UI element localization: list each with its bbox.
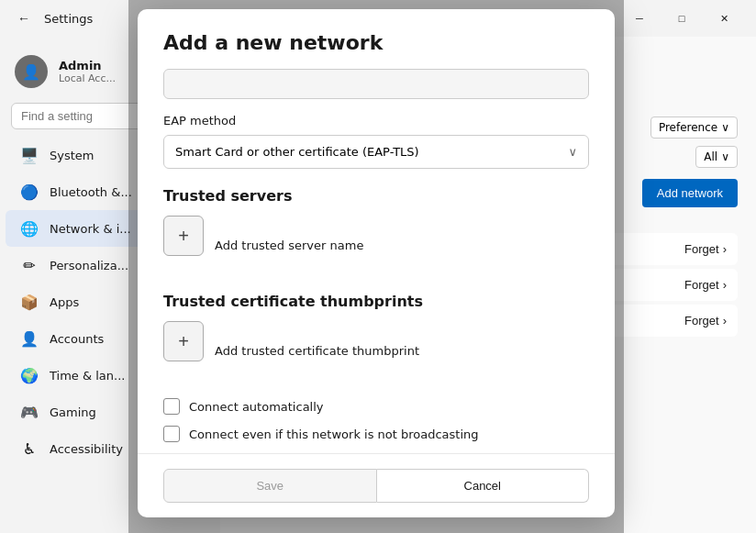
forget-label-3: Forget xyxy=(684,314,719,328)
forget-label-2: Forget xyxy=(684,278,719,292)
connect-not-broadcasting-row: Connect even if this network is not broa… xyxy=(163,426,589,442)
modal-footer: Save Cancel xyxy=(138,453,615,517)
add-thumbprint-plus-icon: + xyxy=(178,331,189,352)
connect-not-broadcasting-checkbox[interactable] xyxy=(163,426,180,442)
apps-icon: 📦 xyxy=(20,293,39,311)
all-label: All xyxy=(704,150,717,163)
forget-button-1[interactable]: Forget › xyxy=(684,242,727,256)
avatar: 👤 xyxy=(15,55,48,88)
title-bar-title: Settings xyxy=(44,12,93,26)
add-thumbprint-label: Add trusted certificate thumbprint xyxy=(215,344,419,358)
sidebar-label-personalization: Personaliza... xyxy=(50,259,128,272)
window-controls: ─ □ ✕ xyxy=(618,4,745,33)
add-thumbprint-row: + Add trusted certificate thumbprint xyxy=(163,321,589,380)
connect-auto-checkbox[interactable] xyxy=(163,398,180,415)
minimize-button[interactable]: ─ xyxy=(618,4,661,33)
add-network-button[interactable]: Add network xyxy=(642,179,738,207)
time-icon: 🌍 xyxy=(20,366,39,384)
trusted-thumbprints-title: Trusted certificate thumbprints xyxy=(163,293,589,310)
close-button[interactable]: ✕ xyxy=(703,4,745,33)
add-trusted-server-label: Add trusted server name xyxy=(215,239,363,252)
eap-method-chevron: ∨ xyxy=(568,145,577,159)
eap-method-dropdown[interactable]: Smart Card or other certificate (EAP-TLS… xyxy=(163,135,589,169)
add-trusted-server-button[interactable]: + xyxy=(163,216,204,256)
sidebar-label-network: Network & i... xyxy=(50,222,131,236)
sidebar-label-system: System xyxy=(50,149,94,162)
avatar-icon: 👤 xyxy=(22,63,40,81)
back-button[interactable]: ← xyxy=(11,6,37,31)
system-icon: 🖥️ xyxy=(20,146,39,164)
connect-auto-label: Connect automatically xyxy=(189,400,324,414)
add-network-modal: Add a new network EAP method Smart Card … xyxy=(138,9,615,517)
add-trusted-server-row: + Add trusted server name xyxy=(163,216,589,274)
preference-dropdown[interactable]: Preference ∨ xyxy=(650,117,738,139)
connect-auto-row: Connect automatically xyxy=(163,398,589,415)
sidebar-label-apps: Apps xyxy=(50,295,79,309)
forget-label-1: Forget xyxy=(684,242,719,256)
eap-method-value: Smart Card or other certificate (EAP-TLS… xyxy=(175,145,419,159)
forget-button-2[interactable]: Forget › xyxy=(684,278,727,292)
sidebar-label-gaming: Gaming xyxy=(50,405,96,419)
sidebar-label-bluetooth: Bluetooth &... xyxy=(50,185,132,199)
eap-method-label: EAP method xyxy=(163,114,589,128)
accessibility-icon: ♿ xyxy=(20,439,39,458)
all-dropdown[interactable]: All ∨ xyxy=(695,146,738,168)
forget-button-3[interactable]: Forget › xyxy=(684,314,727,328)
preference-chevron: ∨ xyxy=(721,121,729,134)
sidebar-label-time: Time & lan... xyxy=(50,369,125,383)
connect-not-broadcasting-label: Connect even if this network is not broa… xyxy=(189,428,479,441)
network-icon: 🌐 xyxy=(20,219,39,238)
personalization-icon: ✏️ xyxy=(20,256,39,274)
all-chevron: ∨ xyxy=(721,150,729,163)
forget-chevron-2: › xyxy=(723,278,727,292)
modal-overlay: Add a new network EAP method Smart Card … xyxy=(128,0,624,533)
cancel-button[interactable]: Cancel xyxy=(377,469,590,503)
accounts-icon: 👤 xyxy=(20,329,39,348)
bluetooth-icon: 🔵 xyxy=(20,183,39,201)
trusted-servers-title: Trusted servers xyxy=(163,187,589,205)
sidebar-label-accounts: Accounts xyxy=(50,332,104,346)
add-server-plus-icon: + xyxy=(178,226,189,247)
modal-header: Add a new network xyxy=(138,9,615,69)
user-info: Admin Local Acc... xyxy=(59,59,116,84)
user-name: Admin xyxy=(59,59,116,72)
user-subtitle: Local Acc... xyxy=(59,72,116,84)
maximize-button[interactable]: □ xyxy=(661,4,703,33)
modal-title: Add a new network xyxy=(163,31,589,54)
save-button[interactable]: Save xyxy=(163,469,377,503)
forget-chevron-1: › xyxy=(723,242,727,256)
network-name-input[interactable] xyxy=(163,69,589,99)
add-thumbprint-button[interactable]: + xyxy=(163,321,204,361)
sidebar-label-accessibility: Accessibility xyxy=(50,442,123,456)
preference-label: Preference xyxy=(659,121,717,134)
gaming-icon: 🎮 xyxy=(20,403,39,421)
forget-chevron-3: › xyxy=(723,314,727,328)
modal-body: EAP method Smart Card or other certifica… xyxy=(138,69,615,453)
